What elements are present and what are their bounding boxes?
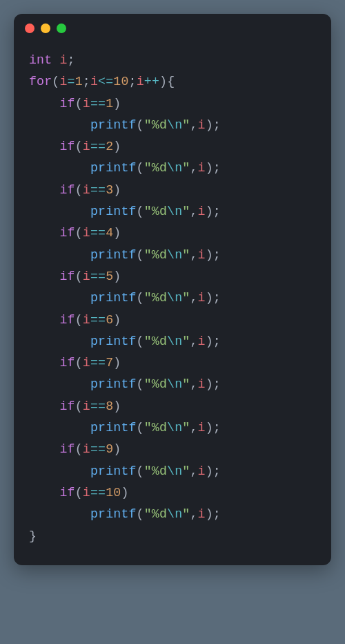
string-quote: " [144,421,152,435]
rparen: ) [206,248,213,262]
rparen: ) [206,334,213,348]
string-body: %d [152,248,167,262]
lparen: ( [137,161,144,175]
string-body: %d [152,161,167,175]
string-quote: " [182,118,190,132]
rparen: ) [113,183,121,197]
comma: , [190,421,197,435]
string-escape: \n [167,118,182,132]
identifier-i: i [198,118,206,132]
operator-eq: == [90,269,106,283]
identifier-i: i [59,53,67,67]
keyword-int: int [29,53,52,67]
string-escape: \n [167,334,182,348]
function-printf: printf [90,161,137,175]
identifier-i: i [137,75,144,88]
string-escape: \n [167,377,182,391]
semicolon: ; [213,291,221,305]
string-quote: " [144,334,152,348]
operator-eq: == [90,442,106,456]
string-quote: " [144,464,152,478]
string-quote: " [182,421,190,435]
lparen: ( [137,205,144,218]
comma: , [190,507,197,521]
operator-eq: == [90,226,106,240]
identifier-i: i [198,291,206,305]
string-escape: \n [167,161,182,175]
identifier-i: i [83,356,90,370]
lbrace: { [167,75,175,88]
operator-assign: = [68,75,75,88]
lparen: ( [75,97,83,111]
semicolon: ; [213,118,221,132]
semicolon: ; [213,248,221,262]
number-literal: 1 [75,75,83,88]
function-printf: printf [90,334,137,348]
string-body: %d [152,334,167,348]
lparen: ( [137,291,144,305]
keyword-if: if [59,269,75,283]
lparen: ( [75,442,83,456]
number-literal: 7 [106,356,113,370]
code-block: int i; for(i=1;i<=10;i++){ if(i==1) prin… [14,37,331,565]
function-printf: printf [90,464,137,478]
number-literal: 8 [106,399,113,413]
lparen: ( [75,486,83,500]
comma: , [190,205,197,218]
operator-eq: == [90,140,106,153]
string-quote: " [144,291,152,305]
rparen: ) [206,291,213,305]
string-quote: " [144,205,152,218]
minimize-icon[interactable] [41,23,50,33]
rparen: ) [159,75,167,88]
operator-eq: == [90,183,106,197]
rparen: ) [206,421,213,435]
comma: , [190,334,197,348]
identifier-i: i [83,97,90,111]
identifier-i: i [83,183,90,197]
semicolon: ; [213,334,221,348]
operator-le: <= [98,75,113,88]
comma: , [190,464,197,478]
string-quote: " [182,291,190,305]
function-printf: printf [90,377,137,391]
close-icon[interactable] [25,23,34,33]
semicolon: ; [213,421,221,435]
rparen: ) [206,377,213,391]
lparen: ( [75,399,83,413]
string-quote: " [182,464,190,478]
zoom-icon[interactable] [57,23,66,33]
string-quote: " [182,248,190,262]
string-body: %d [152,291,167,305]
number-literal: 6 [106,313,113,327]
string-escape: \n [167,507,182,521]
lparen: ( [137,421,144,435]
semicolon: ; [83,75,90,88]
operator-inc: ++ [144,75,159,88]
lparen: ( [137,248,144,262]
identifier-i: i [83,140,90,153]
semicolon: ; [213,205,221,218]
lparen: ( [75,313,83,327]
rparen: ) [113,356,121,370]
string-quote: " [144,118,152,132]
keyword-if: if [59,399,75,413]
keyword-if: if [59,183,75,197]
semicolon: ; [213,464,221,478]
keyword-if: if [59,226,75,240]
comma: , [190,161,197,175]
rparen: ) [113,399,121,413]
keyword-if: if [59,313,75,327]
semicolon: ; [213,377,221,391]
string-body: %d [152,507,167,521]
keyword-if: if [59,486,75,500]
identifier-i: i [198,205,206,218]
keyword-if: if [59,356,75,370]
identifier-i: i [198,377,206,391]
string-body: %d [152,377,167,391]
operator-eq: == [90,313,106,327]
function-printf: printf [90,421,137,435]
identifier-i: i [83,226,90,240]
string-quote: " [144,248,152,262]
identifier-i: i [59,75,67,88]
